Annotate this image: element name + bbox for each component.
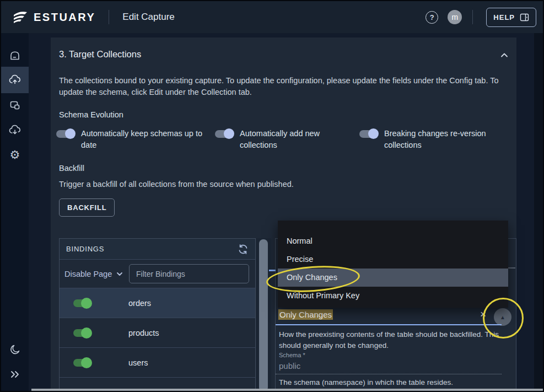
header-divider <box>109 10 109 24</box>
binding-row-users[interactable]: users <box>60 348 255 378</box>
selected-value-text: Only Changes <box>278 309 333 320</box>
dropdown-option-without-primary-key[interactable]: Without Primary Key <box>278 287 508 305</box>
collapse-section-icon[interactable] <box>499 50 509 62</box>
bindings-scrollbar-thumb[interactable] <box>259 239 268 392</box>
sidebar-item-admin[interactable]: ⚙ <box>1 142 29 167</box>
bindings-scrollbar-track[interactable] <box>256 238 271 392</box>
disable-page-dropdown[interactable]: Disable Page <box>64 270 123 278</box>
binding-toggle[interactable] <box>73 299 91 307</box>
collections-icon <box>9 99 21 111</box>
dropdown-option-only-changes[interactable]: Only Changes <box>278 269 508 287</box>
schema-field-underline <box>276 374 502 374</box>
sidebar-item-theme-toggle[interactable] <box>1 337 29 362</box>
bindings-panel-header: BINDINGS <box>60 239 255 260</box>
collapse-dropdown-button[interactable]: ▲ <box>494 308 511 326</box>
schema-field-value[interactable]: public <box>279 361 300 370</box>
double-chevron-right-icon <box>9 370 20 379</box>
help-circle-icon[interactable]: ? <box>425 11 438 24</box>
add-collections-switch[interactable] <box>215 130 233 138</box>
sidebar-item-captures[interactable] <box>1 67 29 93</box>
toggle-label: Breaking changes re-version collections <box>384 128 486 151</box>
toggle-keep-schemas: Automatically keep schemas up to date <box>56 128 205 151</box>
gear-icon: ⚙ <box>10 148 20 162</box>
binding-name: users <box>128 358 148 367</box>
header-divider-2 <box>472 10 473 24</box>
refresh-icon[interactable] <box>238 244 249 255</box>
bindings-toolbar: Disable Page <box>60 260 255 288</box>
help-button-label: HELP <box>493 13 515 22</box>
bottom-content-edge <box>31 389 544 392</box>
field-underline-remnant-left <box>269 270 276 271</box>
toggle-add-collections: Automatically add new collections <box>215 128 325 151</box>
backfill-label: Backfill <box>59 164 84 173</box>
field-focus-underline <box>276 324 502 325</box>
cloud-upload-icon <box>8 73 21 87</box>
backfill-button[interactable]: BACKFILL <box>59 198 115 217</box>
backfill-mode-help: How the preexisting contents of the tabl… <box>279 329 500 351</box>
avatar[interactable]: m <box>448 10 462 24</box>
section-description: The collections bound to your existing c… <box>59 75 513 98</box>
binding-name: products <box>128 329 159 337</box>
side-panel-icon <box>520 13 529 22</box>
dropdown-option-precise[interactable]: Precise <box>278 250 508 269</box>
sidebar-item-collections[interactable] <box>1 93 29 117</box>
app-header: ESTUARY Edit Capture ? m HELP <box>1 1 543 33</box>
moon-icon <box>9 343 21 356</box>
keep-schemas-switch[interactable] <box>56 130 74 138</box>
schema-field-help: The schema (namespace) in which the tabl… <box>279 378 453 386</box>
filter-bindings-input[interactable] <box>129 264 249 283</box>
sidebar-item-home[interactable] <box>1 43 29 68</box>
schema-evolution-label: Schema Evolution <box>59 110 123 119</box>
right-scroll-gutter[interactable] <box>534 33 544 392</box>
estuary-logo[interactable]: ESTUARY <box>12 10 95 24</box>
toggle-breaking-changes: Breaking changes re-version collections <box>359 128 486 151</box>
chevron-down-icon <box>116 270 123 278</box>
page-title: Edit Capture <box>122 12 175 23</box>
dropdown-option-normal[interactable]: Normal <box>278 232 508 250</box>
sidebar-item-expand[interactable] <box>1 362 29 386</box>
bindings-title: BINDINGS <box>66 245 104 253</box>
sidebar-item-materializations[interactable] <box>1 117 29 142</box>
backfill-mode-field[interactable]: Only Changes <box>278 310 333 319</box>
clear-field-icon[interactable]: × <box>480 309 486 319</box>
backfill-description: Trigger a backfill of all collections fr… <box>59 180 294 189</box>
binding-name: orders <box>128 299 151 308</box>
binding-toggle[interactable] <box>73 359 91 367</box>
breaking-changes-switch[interactable] <box>359 130 377 138</box>
help-button[interactable]: HELP <box>486 8 536 27</box>
toggle-label: Automatically add new collections <box>240 128 325 151</box>
section-title: 3. Target Collections <box>59 49 141 60</box>
arrow-up-icon: ▲ <box>500 314 505 320</box>
binding-row-orders[interactable]: orders <box>60 288 255 318</box>
sidebar: ⚙ <box>1 33 29 392</box>
cloud-download-icon <box>8 123 21 137</box>
edit-capture-screen: ESTUARY Edit Capture ? m HELP <box>0 0 544 392</box>
estuary-wave-icon <box>12 10 29 24</box>
brand-name: ESTUARY <box>34 11 95 24</box>
disable-page-label: Disable Page <box>64 270 112 278</box>
backfill-mode-dropdown: Normal Precise Only Changes Without Prim… <box>278 221 508 308</box>
toggle-label: Automatically keep schemas up to date <box>81 128 205 151</box>
home-icon <box>9 50 21 62</box>
binding-row-products[interactable]: products <box>60 318 255 348</box>
schema-field-label: Schema * <box>279 352 305 358</box>
bindings-panel: BINDINGS Disable Page <box>59 238 256 392</box>
binding-toggle[interactable] <box>73 329 91 337</box>
